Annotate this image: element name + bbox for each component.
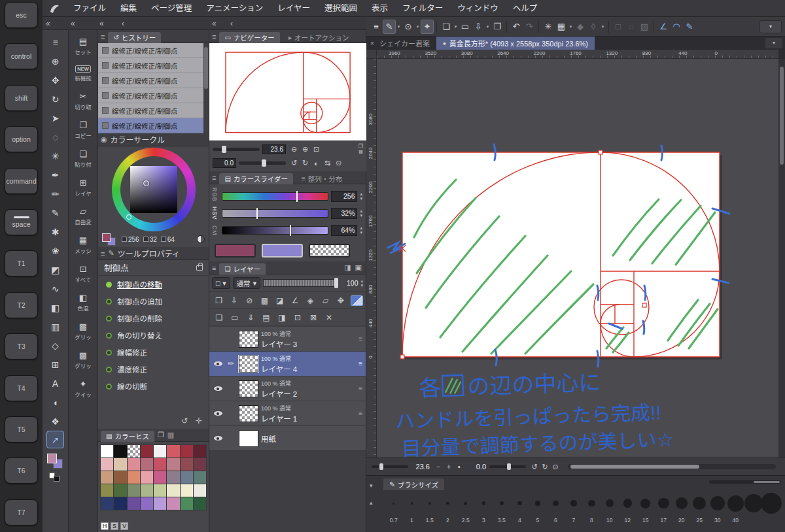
radio-dot-icon[interactable] — [106, 299, 112, 305]
edge-key-T6[interactable]: T6 — [5, 457, 38, 484]
tool-option-1[interactable]: 制御点の追加 — [98, 293, 209, 310]
tab-history[interactable]: ↺ ヒストリー — [108, 32, 161, 43]
edge-key-control[interactable]: control — [5, 43, 38, 69]
lock-icon[interactable] — [196, 265, 203, 271]
toolbar-material-icon[interactable]: ◆ — [574, 20, 587, 34]
toolbar-line-polyline-icon[interactable]: ∠ — [657, 20, 670, 34]
command-セット-0[interactable]: ▤セット — [69, 31, 97, 60]
command-切り取-2[interactable]: ✂切り取 — [69, 86, 97, 115]
command-レイヤ-5[interactable]: ⊞レイヤ — [69, 173, 97, 201]
command-クイッ-12[interactable]: ✦クイッ — [69, 374, 97, 403]
collapse-arrow-3[interactable]: ‹ — [122, 17, 124, 30]
zoom-button-1[interactable]: + — [444, 463, 454, 471]
edge-key-esc[interactable]: esc — [5, 2, 38, 28]
layer-action-icon-1-0[interactable]: ❐ — [212, 294, 226, 307]
slider-stepper-V[interactable]: ▴▾ — [360, 225, 362, 235]
history-scrollbar[interactable] — [203, 43, 209, 133]
edge-key-shift[interactable]: shift — [5, 85, 38, 111]
collapse-arrow-1[interactable]: « — [71, 17, 75, 30]
brush-size-1.5[interactable]: 1.5 — [421, 492, 439, 525]
edge-key-command[interactable]: command — [5, 168, 38, 194]
color-mode-RGB[interactable]: RGB — [211, 188, 218, 201]
channel-letter-V[interactable]: V — [120, 522, 128, 530]
blend-mode-combo[interactable]: 通常▾ — [233, 277, 260, 289]
document-tab-active[interactable]: ● 黄金長方形* (4093 x 2558px 350dpi 23.6%) — [436, 37, 595, 50]
palette-swatch-38[interactable] — [181, 497, 193, 510]
rotation-button-1[interactable]: ↻ — [540, 463, 550, 471]
command-貼り付-4[interactable]: ❏貼り付 — [69, 144, 97, 173]
wheel-main-color[interactable] — [102, 233, 111, 242]
toolbar-select-lasso-icon[interactable]: ◌ — [625, 20, 638, 34]
rotation-button-2[interactable]: ⊙ — [550, 463, 561, 471]
tool-option-2[interactable]: 制御点の削除 — [98, 310, 209, 327]
saturation-value-square[interactable] — [130, 166, 177, 213]
tool-brush-icon[interactable]: ✎ — [46, 203, 64, 222]
tab-list-chevron-icon[interactable]: ▾ — [765, 38, 782, 48]
brush-panel-scrollbar[interactable] — [709, 480, 781, 484]
layer-row-4[interactable]: 用紙 — [209, 426, 366, 451]
tool-option-4[interactable]: 線幅修正 — [98, 344, 209, 361]
tab-layer[interactable]: ❏ レイヤー — [219, 263, 266, 274]
layer-palette-combo[interactable]: □▾ — [212, 277, 230, 289]
layer-row-1[interactable]: ✏100 % 通常レイヤー 4≡ — [209, 352, 366, 376]
toolbar-save-file-icon[interactable]: ⇩ — [472, 20, 485, 34]
tool-frame-icon[interactable]: ⊞ — [46, 355, 64, 374]
palette-swatch-33[interactable] — [114, 497, 126, 510]
toolbar-export-file-icon[interactable]: ❐ — [491, 20, 504, 34]
layer-action-icon-1-7[interactable]: ▱ — [319, 294, 332, 307]
tool-option-3[interactable]: 角の切り替え — [98, 327, 209, 344]
toolbar-snap-expand-icon[interactable]: ▾ — [600, 20, 606, 34]
brush-size-3.5[interactable]: 3.5 — [493, 492, 511, 525]
nav-rotate-button-3[interactable]: ⇆ — [322, 158, 333, 169]
toolbar-open-file-icon[interactable]: ▭ — [459, 20, 472, 34]
nav-rotate-button-1[interactable]: ↻ — [300, 158, 311, 169]
nav-rotate-button-4[interactable]: ⊙ — [333, 158, 344, 169]
tool-auto-select-icon[interactable]: ✳ — [46, 146, 64, 165]
nav-rotate-button-0[interactable]: ↺ — [288, 158, 300, 169]
tab-color-history[interactable]: ▤ カラーヒス — [101, 431, 154, 442]
layer-action-icon-1-3[interactable]: ▩ — [258, 294, 271, 307]
command-コピー-3[interactable]: ❐コピー — [69, 115, 97, 144]
eye-icon[interactable] — [214, 434, 222, 442]
layer-action-icon-2-1[interactable]: ▭ — [228, 311, 242, 324]
layer-action-icon-2-5[interactable]: ⊡ — [290, 311, 305, 324]
opacity-slider[interactable] — [263, 279, 339, 287]
opacity-stepper[interactable]: ▴▾ — [360, 278, 363, 288]
tool-line-correct-icon[interactable]: ➚ — [46, 431, 64, 448]
toolbar-filter-icon[interactable]: ✳ — [542, 20, 555, 34]
palette-swatch-15[interactable] — [194, 458, 206, 471]
color-mode-CM[interactable]: CM — [211, 225, 218, 235]
toolbar-pattern-expand-icon[interactable]: ▾ — [568, 20, 574, 34]
palette-swatch-18[interactable] — [128, 471, 140, 484]
sv-selector-dot[interactable] — [143, 180, 149, 186]
palette-swatch-21[interactable] — [167, 471, 179, 484]
tab-auto-action[interactable]: ▸ オートアクション — [283, 32, 355, 43]
radio-dot-icon[interactable] — [106, 316, 112, 322]
history-row-3[interactable]: 線修正/線修正/制御点 — [98, 88, 203, 103]
color-swatch-2[interactable] — [309, 244, 350, 258]
brush-size-17[interactable]: 17 — [655, 492, 673, 525]
toolbar-line-pen-icon[interactable]: ✎ — [683, 20, 696, 34]
toolbar-shaker-icon[interactable]: ✦ — [421, 20, 434, 34]
brush-collapse-icon-0[interactable]: ▾ — [370, 482, 373, 489]
radio-dot-icon[interactable] — [106, 384, 112, 390]
palette-swatch-8[interactable] — [101, 458, 113, 471]
collapse-arrow-4[interactable]: « — [212, 17, 217, 30]
palette-swatch-7[interactable] — [194, 445, 206, 457]
layer-color-chip-icon[interactable] — [351, 295, 363, 306]
toolbar-select-rect-icon[interactable]: □ — [612, 20, 625, 34]
palette-tab3-icon[interactable]: ▥ — [167, 431, 174, 439]
palette-swatch-4[interactable] — [154, 445, 166, 457]
nav-zoom-slider[interactable] — [213, 148, 260, 151]
wheel-swatch-pair[interactable] — [102, 233, 118, 245]
brush-collapse-icon-1[interactable]: ▴ — [370, 499, 373, 506]
tool-operation-icon[interactable]: ➤ — [46, 108, 64, 127]
brush-size-25[interactable]: 25 — [691, 492, 709, 525]
tool-zoom-icon[interactable]: ⊕ — [46, 52, 64, 71]
panel-menu-icon[interactable]: ≡ — [212, 33, 216, 41]
edge-key-space[interactable]: space — [5, 209, 38, 235]
hue-selector-dot[interactable] — [126, 214, 131, 220]
palette-swatch-0[interactable] — [101, 445, 113, 457]
menu-item-1[interactable]: 編集 — [113, 0, 144, 17]
brush-size-8[interactable]: 8 — [583, 492, 601, 525]
